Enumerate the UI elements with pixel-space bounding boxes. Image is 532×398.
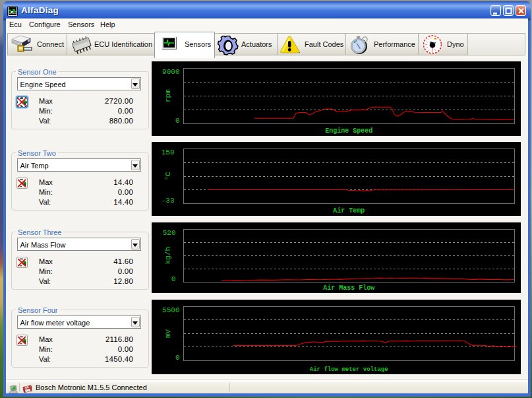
svg-text:kg/h: kg/h [165,247,173,264]
svg-text:520: 520 [163,229,176,237]
svg-text:9000: 9000 [162,68,179,76]
svg-text:Engine Speed: Engine Speed [325,127,372,135]
svg-text:Air Temp: Air Temp [333,207,365,215]
svg-text:Air Mass Flow: Air Mass Flow [323,284,374,292]
svg-text:mV: mV [165,329,173,338]
svg-text:0: 0 [175,354,180,362]
svg-text:-33: -33 [162,197,175,205]
svg-text:0: 0 [171,275,176,283]
svg-text:150: 150 [162,149,175,156]
svg-text:rpm: rpm [165,89,173,102]
svg-text:Air flow meter voltage: Air flow meter voltage [310,366,388,373]
svg-text:0: 0 [175,117,180,125]
svg-text:°C: °C [165,172,173,181]
svg-text:5500: 5500 [162,306,179,314]
